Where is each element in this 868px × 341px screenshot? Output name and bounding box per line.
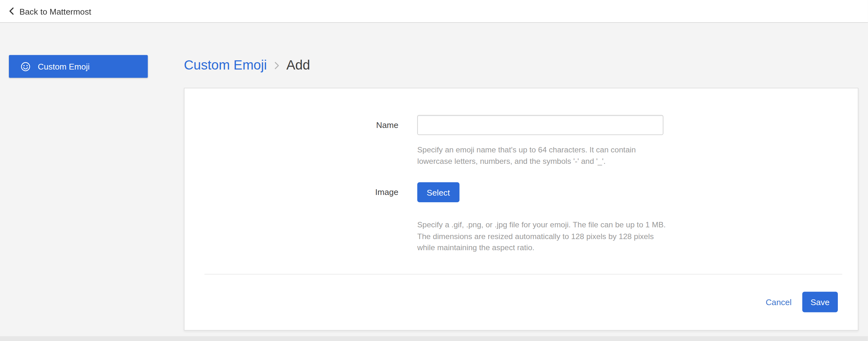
name-label: Name [184,115,417,167]
back-link-label: Back to Mattermost [19,6,91,16]
add-custom-emoji-card: Name Specify an emoji name that's up to … [184,88,859,331]
breadcrumb-custom-emoji-link[interactable]: Custom Emoji [184,56,267,74]
cancel-button[interactable]: Cancel [766,297,792,306]
form-actions: Cancel Save [184,291,858,312]
admin-console-content: Custom Emoji Custom Emoji Add Name Speci… [0,24,868,341]
chevron-left-icon [9,7,14,15]
breadcrumb: Custom Emoji Add [184,56,310,74]
back-to-mattermost-link[interactable]: Back to Mattermost [9,6,91,16]
sidebar-item-custom-emoji[interactable]: Custom Emoji [9,55,148,78]
name-form-row: Name Specify an emoji name that's up to … [184,115,858,167]
emoji-name-input[interactable] [417,115,663,135]
select-image-button[interactable]: Select [417,182,459,202]
chevron-right-icon [274,61,280,70]
top-bar: Back to Mattermost [0,0,868,23]
save-button[interactable]: Save [802,291,838,312]
form-divider [205,274,842,274]
image-help-text: Specify a .gif, .png, or .jpg file for y… [417,219,671,253]
image-label: Image [184,182,417,253]
bottom-scroll-strip [0,336,868,341]
name-control: Specify an emoji name that's up to 64 ch… [417,115,858,167]
smiley-icon [21,61,31,71]
image-form-row: Image Select Specify a .gif, .png, or .j… [184,182,858,253]
app-window: Back to Mattermost Custom Emoji Custom E… [0,0,868,341]
name-help-text: Specify an emoji name that's up to 64 ch… [417,144,671,167]
sidebar-item-label: Custom Emoji [38,62,90,71]
image-control: Select Specify a .gif, .png, or .jpg fil… [417,182,858,253]
breadcrumb-current-page: Add [286,56,310,74]
